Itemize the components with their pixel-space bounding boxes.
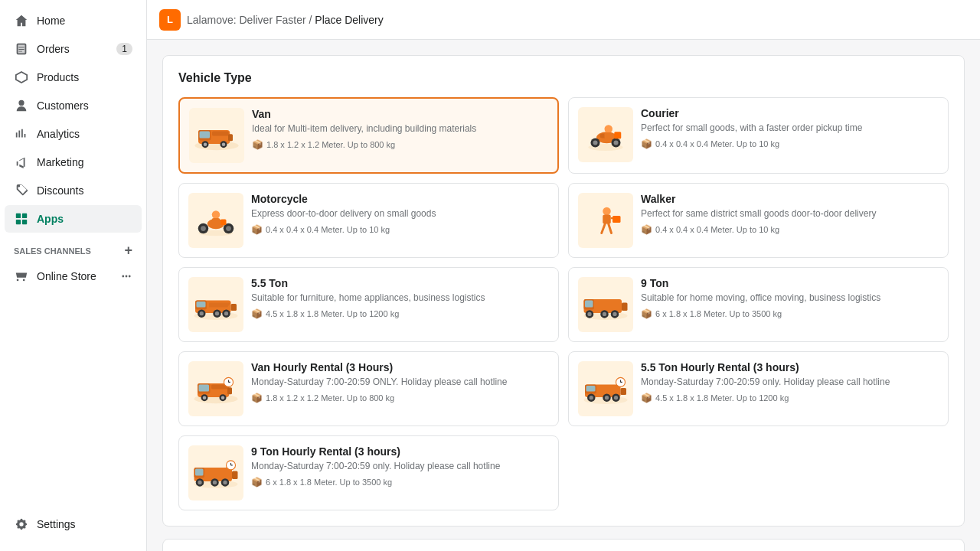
- svg-rect-57: [585, 300, 593, 307]
- svg-rect-38: [603, 215, 611, 224]
- van-spec: 📦 1.8 x 1.2 x 1.2 Meter. Up to 800 kg: [252, 139, 548, 150]
- sidebar-bottom: Settings: [0, 504, 146, 551]
- motorcycle-spec-text: 0.4 x 0.4 x 0.4 Meter. Up to 10 kg: [266, 225, 390, 234]
- svg-point-6: [122, 276, 124, 278]
- sidebar-item-settings[interactable]: Settings: [5, 510, 142, 538]
- svg-rect-58: [622, 302, 628, 311]
- 55ton-hourly-image-container: [578, 361, 633, 416]
- sidebar: Home Orders 1 Products Customers Analy: [0, 0, 147, 551]
- svg-rect-96: [232, 471, 238, 479]
- 9ton-hourly-name: 9 Ton Hourly Rental (3 hours): [251, 445, 549, 458]
- svg-rect-47: [231, 304, 237, 311]
- van-hourly-spec-text: 1.8 x 1.2 x 1.2 Meter. Up to 800 kg: [266, 393, 394, 403]
- 55ton-hourly-spec-text: 4.5 x 1.8 x 1.8 Meter. Up to 1200 kg: [655, 393, 789, 403]
- sidebar-item-discounts-label: Discounts: [37, 184, 83, 197]
- sidebar-item-analytics[interactable]: Analytics: [5, 120, 142, 148]
- walker-spec: 📦 0.4 x 0.4 x 0.4 Meter. Up to 10 kg: [641, 224, 939, 235]
- courier-svg: [583, 116, 629, 154]
- spec-box-icon5: 📦: [251, 308, 263, 319]
- 55ton-desc: Suitable for furniture, home appliances,…: [251, 292, 549, 305]
- sidebar-item-settings-label: Settings: [37, 518, 76, 530]
- van-name: Van: [252, 108, 548, 120]
- svg-point-100: [213, 481, 217, 484]
- van-hourly-image-container: [188, 361, 243, 416]
- vehicle-type-card: Vehicle Type: [162, 55, 965, 527]
- 9ton-hourly-spec: 📦 6 x 1.8 x 1.8 Meter. Up to 3500 kg: [251, 477, 549, 487]
- vehicle-courier[interactable]: Courier Perfect for small goods, with a …: [568, 97, 949, 174]
- svg-point-62: [603, 312, 606, 316]
- sidebar-item-customers[interactable]: Customers: [5, 92, 142, 119]
- svg-point-51: [215, 311, 219, 315]
- 9ton-spec: 📦 6 x 1.8 x 1.8 Meter. Up to 3500 kg: [641, 308, 939, 319]
- vehicle-van-hourly[interactable]: Van Hourly Rental (3 Hours) Monday-Satur…: [178, 351, 559, 426]
- 9ton-hourly-info: 9 Ton Hourly Rental (3 hours) Monday-Sat…: [251, 445, 549, 500]
- spec-box-icon6: 📦: [641, 308, 652, 319]
- svg-rect-1: [16, 214, 21, 218]
- walker-spec-text: 0.4 x 0.4 x 0.4 Meter. Up to 10 kg: [655, 225, 779, 234]
- courier-name: Courier: [641, 107, 939, 119]
- spec-box-icon7: 📦: [251, 393, 263, 403]
- sidebar-item-discounts[interactable]: Discounts: [5, 177, 142, 204]
- motorcycle-spec: 📦 0.4 x 0.4 x 0.4 Meter. Up to 10 kg: [251, 224, 549, 235]
- vehicle-9ton-hourly[interactable]: 9 Ton Hourly Rental (3 hours) Monday-Sat…: [178, 435, 559, 510]
- courier-image-container: [578, 107, 633, 162]
- sidebar-item-products[interactable]: Products: [5, 64, 142, 91]
- 55ton-image-container: [188, 277, 243, 332]
- add-sales-channel-button[interactable]: +: [124, 243, 132, 259]
- vehicle-walker[interactable]: Walker Perfect for same district small g…: [568, 183, 949, 258]
- svg-point-33: [226, 226, 231, 231]
- spec-box-icon4: 📦: [641, 224, 652, 235]
- sidebar-item-orders-label: Orders: [37, 43, 70, 55]
- sidebar-item-marketing[interactable]: Marketing: [5, 148, 142, 176]
- motorcycle-desc: Express door-to-door delivery on small g…: [251, 207, 549, 220]
- 9ton-spec-text: 6 x 1.8 x 1.8 Meter. Up to 3500 kg: [655, 309, 782, 318]
- svg-point-34: [212, 210, 220, 219]
- svg-rect-35: [212, 218, 220, 225]
- svg-point-37: [603, 207, 611, 216]
- van-hourly-svg: [193, 370, 239, 408]
- van-svg: [194, 116, 240, 155]
- 9ton-hourly-svg: [193, 454, 239, 492]
- sidebar-item-apps[interactable]: Apps: [5, 205, 142, 233]
- vehicle-55ton[interactable]: 5.5 Ton Suitable for furniture, home app…: [178, 267, 559, 342]
- vehicle-55ton-hourly[interactable]: 5.5 Ton Hourly Rental (3 hours) Monday-S…: [568, 351, 949, 426]
- sidebar-item-orders[interactable]: Orders 1: [5, 35, 142, 63]
- 55ton-hourly-spec: 📦 4.5 x 1.8 x 1.8 Meter. Up to 1200 kg: [641, 393, 939, 403]
- sidebar-item-apps-label: Apps: [37, 213, 64, 225]
- 55ton-svg: [193, 285, 239, 324]
- app-name: Lalamove: Deliver Faster: [187, 14, 306, 26]
- 9ton-hourly-desc: Monday-Saturday 7:00-20:59 only. Holiday…: [251, 460, 549, 473]
- 55ton-spec: 📦 4.5 x 1.8 x 1.8 Meter. Up to 1200 kg: [251, 308, 549, 319]
- courier-spec-text: 0.4 x 0.4 x 0.4 Meter. Up to 10 kg: [655, 139, 779, 148]
- page-title: Place Delivery: [315, 14, 383, 26]
- sidebar-item-home[interactable]: Home: [5, 7, 142, 34]
- svg-point-98: [198, 481, 201, 484]
- svg-point-86: [605, 396, 609, 399]
- svg-point-5: [126, 276, 128, 278]
- settings-dot-icon[interactable]: [120, 269, 132, 284]
- courier-spec: 📦 0.4 x 0.4 x 0.4 Meter. Up to 10 kg: [641, 139, 939, 149]
- vehicle-type-title: Vehicle Type: [178, 71, 949, 85]
- van-image-container: [189, 108, 244, 163]
- courier-desc: Perfect for small goods, with a faster o…: [641, 122, 939, 135]
- marketing-icon: [14, 155, 29, 170]
- svg-line-39: [602, 224, 606, 233]
- 55ton-hourly-svg: [583, 370, 629, 408]
- svg-rect-46: [197, 302, 206, 308]
- vehicle-van[interactable]: Van Ideal for Multi-item delivery, inclu…: [178, 97, 559, 174]
- 9ton-svg: [583, 285, 629, 324]
- van-hourly-desc: Monday-Saturday 7:00-20:59 ONLY. Holiday…: [251, 376, 549, 389]
- svg-point-88: [614, 396, 618, 399]
- vehicle-motorcycle[interactable]: Motorcycle Express door-to-door delivery…: [178, 183, 559, 258]
- svg-point-31: [201, 226, 206, 231]
- sidebar-item-online-store[interactable]: Online Store: [5, 262, 142, 290]
- content-area: Vehicle Type: [147, 40, 980, 551]
- svg-rect-82: [621, 388, 627, 395]
- vehicle-grid: Van Ideal for Multi-item delivery, inclu…: [178, 97, 949, 510]
- van-hourly-spec: 📦 1.8 x 1.2 x 1.2 Meter. Up to 800 kg: [251, 393, 549, 403]
- vehicle-9ton[interactable]: 9 Ton Suitable for home moving, office m…: [568, 267, 949, 342]
- sidebar-item-customers-label: Customers: [37, 99, 89, 112]
- apps-icon: [14, 211, 29, 227]
- store-icon: [14, 269, 29, 284]
- svg-rect-2: [22, 214, 27, 218]
